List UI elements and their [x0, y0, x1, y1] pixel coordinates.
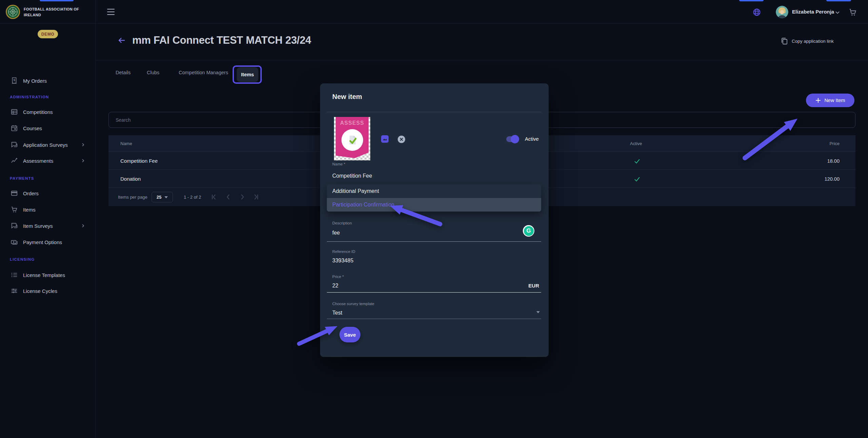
insights-icon: [11, 157, 18, 164]
sidebar-item-label: Assessments: [23, 158, 53, 164]
description-field-label: Description: [332, 221, 352, 225]
topbar: FOOTBALL ASSOCIATION OF IRELAND Elizabet…: [0, 0, 868, 24]
chevron-right-icon: [81, 142, 85, 147]
avatar[interactable]: [776, 6, 788, 18]
tab-items[interactable]: Items: [237, 67, 258, 82]
survey-underline: [327, 319, 541, 319]
assess-poster: ASSESS: [336, 117, 369, 160]
sidebar: DEMO $ My Orders ADMINISTRATION Competit…: [0, 24, 95, 438]
active-toggle[interactable]: [506, 136, 518, 142]
pagination-range: 1 - 2 of 2: [184, 195, 201, 200]
save-button[interactable]: Save: [339, 327, 360, 342]
option-additional-payment[interactable]: Additional Payment: [327, 184, 541, 198]
sidebar-item-payment-options[interactable]: Payment Options: [0, 234, 95, 250]
sidebar-item-license-templates[interactable]: License Templates: [0, 267, 95, 283]
cell-price: 120.00: [825, 170, 840, 188]
banknote-icon: [11, 238, 18, 246]
price-underline: [327, 292, 541, 293]
sidebar-item-label: License Templates: [23, 272, 65, 278]
description-underline: [327, 241, 541, 242]
poster-text: ASSESS: [336, 120, 369, 126]
demo-badge: DEMO: [38, 30, 58, 38]
description-field-value[interactable]: fee: [332, 230, 340, 236]
select-arrow-icon[interactable]: [536, 311, 540, 313]
sidebar-section-payments: PAYMENTS: [10, 176, 34, 180]
sidebar-item-my-orders[interactable]: $ My Orders: [0, 73, 95, 89]
sidebar-item-orders[interactable]: Orders: [0, 185, 95, 201]
receipt-icon: $: [11, 77, 18, 84]
remove-image-button[interactable]: [397, 135, 406, 143]
sidebar-item-competitions[interactable]: Competitions: [0, 104, 95, 120]
grammarly-icon[interactable]: G: [523, 225, 534, 237]
option-participation-confirmation[interactable]: Participation Confirmation: [327, 198, 541, 212]
last-page-button[interactable]: [252, 193, 260, 201]
active-check-icon: [633, 175, 641, 183]
next-page-button[interactable]: [239, 193, 246, 201]
reference-field-label: Reference ID: [332, 250, 355, 254]
back-button[interactable]: [117, 36, 126, 45]
tab-clubs[interactable]: Clubs: [147, 70, 159, 75]
new-item-label: New Item: [824, 98, 845, 103]
items-per-page-label: Items per page: [118, 195, 147, 200]
table-icon: [11, 108, 18, 116]
sidebar-item-license-cycles[interactable]: License Cycles: [0, 283, 95, 299]
currency-suffix: EUR: [528, 283, 539, 288]
cell-price: 18.00: [827, 152, 840, 170]
top-edge-artifact: [40, 0, 74, 1]
chat-icon: [11, 141, 18, 148]
sidebar-item-item-surveys[interactable]: Item Surveys: [0, 218, 95, 234]
svg-text:$: $: [14, 79, 15, 82]
image-icon: [382, 137, 387, 141]
survey-template-label: Choose survey template: [332, 302, 374, 306]
name-field-value[interactable]: Competition Fee: [332, 173, 372, 179]
tab-details[interactable]: Details: [116, 70, 131, 75]
first-page-button[interactable]: [210, 193, 218, 201]
previous-page-button[interactable]: [224, 193, 232, 201]
grammarly-letter: G: [524, 226, 534, 236]
item-image-thumbnail: ASSESS: [334, 117, 370, 160]
new-item-dialog: New item ASSESS: [320, 83, 549, 357]
upload-image-button[interactable]: [381, 135, 389, 143]
sidebar-section-administration: ADMINISTRATION: [10, 95, 49, 99]
price-field-label: Price *: [332, 275, 344, 279]
sidebar-item-label: My Orders: [23, 78, 47, 84]
calendar-icon: [11, 124, 18, 132]
cell-name: Competition Fee: [120, 152, 158, 170]
org-name: FOOTBALL ASSOCIATION OF IRELAND: [24, 6, 88, 18]
sidebar-item-courses[interactable]: Application Surveys Courses: [0, 120, 95, 136]
cart-icon[interactable]: [848, 8, 857, 17]
dialog-divider: [327, 112, 541, 112]
plus-icon: [815, 97, 821, 103]
copy-application-link-button[interactable]: Copy application link: [781, 37, 834, 45]
user-menu-chevron-icon[interactable]: [835, 10, 840, 15]
page-size-select[interactable]: 25: [152, 192, 173, 202]
sidebar-item-items[interactable]: Items: [0, 201, 95, 218]
sidebar-item-application-surveys[interactable]: Application Surveys: [0, 137, 95, 153]
reference-field-value[interactable]: 3393485: [332, 258, 353, 264]
survey-template-value[interactable]: Test: [332, 310, 342, 316]
copy-icon: [781, 37, 788, 45]
cell-name: Donation: [120, 170, 141, 188]
hamburger-menu-icon[interactable]: [107, 9, 115, 15]
active-check-icon: [633, 157, 641, 165]
page-size-value: 25: [157, 195, 161, 200]
tab-competition-managers[interactable]: Competition Managers: [179, 70, 228, 75]
active-toggle-label: Active: [525, 136, 539, 142]
cart-icon: [11, 206, 18, 213]
page-title: mm FAI Connect TEST MATCH 23/24: [132, 34, 311, 46]
column-header-name: Name: [120, 135, 132, 152]
sidebar-item-assessments[interactable]: Assessments: [0, 153, 95, 169]
user-name[interactable]: Elizabeta Peronja: [792, 9, 834, 15]
sidebar-item-label: Competitions: [23, 109, 53, 115]
chevron-down-icon: [164, 196, 168, 198]
price-field-value[interactable]: 22: [332, 283, 338, 289]
new-item-button[interactable]: New Item: [806, 94, 854, 107]
sidebar-item-label: Item Surveys: [23, 223, 53, 229]
sidebar-item-label: License Cycles: [23, 288, 57, 294]
fai-logo: [5, 4, 20, 19]
chevron-right-icon: [81, 223, 85, 228]
chevron-right-icon: [81, 158, 85, 163]
header-divider: [96, 60, 868, 60]
app-root: FOOTBALL ASSOCIATION OF IRELAND Elizabet…: [0, 0, 868, 438]
globe-icon[interactable]: [753, 8, 761, 16]
